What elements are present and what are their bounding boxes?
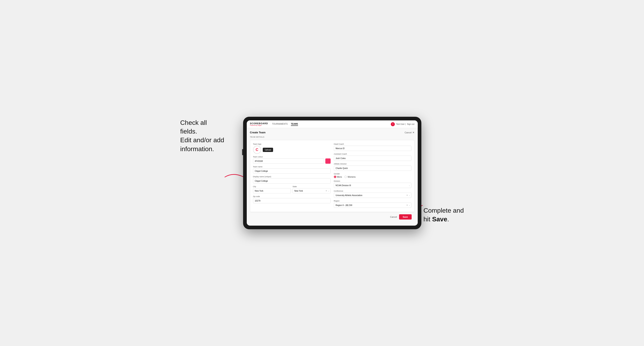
head-coach-group: Head Coach [334, 143, 412, 151]
state-select-wrap: ✕ ⌄ [292, 188, 330, 193]
brand-sub: Powered by clippd [250, 125, 268, 126]
display-name-group: Display name (unique) [253, 176, 330, 183]
close-icon: ✕ [412, 131, 414, 134]
team-colour-label: Team colour [253, 156, 330, 158]
region-group: Region ✕ ⌄ [334, 200, 412, 208]
team-logo-group: Team logo C Upload [253, 143, 330, 154]
state-clear-icon[interactable]: ✕ [326, 190, 327, 192]
gender-group: Gender Mens Womens [334, 173, 412, 178]
city-input[interactable] [253, 188, 291, 193]
annotation-left: Check all fields.Edit and/or addinformat… [180, 118, 225, 153]
gender-mens-label[interactable]: Mens [334, 176, 342, 178]
tablet-screen: SCOREBOARD Powered by clippd TOURNAMENTS… [247, 120, 418, 226]
chevron-down-icon[interactable]: ⌄ [409, 204, 410, 206]
annotation-right: Complete andhit Save. [424, 206, 464, 224]
cancel-top-button[interactable]: Cancel ✕ [404, 131, 414, 134]
logo-area: C Upload [253, 146, 330, 154]
division-select-wrap: ⌄ [334, 183, 412, 188]
radio-mens[interactable] [334, 176, 336, 178]
division-group: Division ⌄ [334, 180, 412, 188]
state-label: State [292, 185, 330, 187]
gender-womens-label[interactable]: Womens [344, 176, 356, 178]
form-footer: Cancel Save [250, 212, 414, 222]
navbar: SCOREBOARD Powered by clippd TOURNAMENTS… [247, 120, 418, 128]
zip-input[interactable] [253, 198, 330, 203]
city-state-row: City State ✕ ⌄ [253, 185, 330, 193]
region-clear-icon[interactable]: ✕ [406, 204, 408, 206]
chevron-down-icon[interactable]: ⌄ [409, 184, 410, 186]
form-content: Create Team Cancel ✕ TEAM DETAILS Team l… [247, 128, 418, 225]
avatar: T [391, 122, 395, 126]
conference-clear-icon[interactable]: ✕ [406, 194, 408, 196]
chevron-down-icon[interactable]: ⌄ [409, 194, 410, 196]
assistant-coach-label: Assistant Coach [334, 153, 412, 155]
city-group: City [253, 185, 291, 193]
gender-row: Mens Womens [334, 176, 412, 178]
team-logo-label: Team logo [253, 143, 330, 145]
tablet-frame: SCOREBOARD Powered by clippd TOURNAMENTS… [243, 117, 421, 229]
region-input[interactable] [334, 202, 412, 208]
athletic-director-input[interactable] [334, 166, 412, 171]
assistant-coach-group: Assistant Coach [334, 153, 412, 161]
athletic-director-group: Athletic Director [334, 163, 412, 171]
zip-group: Zip code [253, 195, 330, 203]
nav-brand: SCOREBOARD Powered by clippd [250, 122, 268, 126]
division-label: Division [334, 180, 412, 182]
conference-select-icons: ✕ ⌄ [406, 194, 410, 196]
nav-teams[interactable]: TEAMS [291, 122, 298, 126]
radio-womens[interactable] [344, 176, 347, 178]
state-group: State ✕ ⌄ [292, 185, 330, 193]
state-select-icons: ✕ ⌄ [326, 190, 330, 192]
division-input[interactable] [334, 183, 412, 188]
region-label: Region [334, 200, 412, 202]
city-label: City [253, 185, 291, 187]
head-coach-label: Head Coach [334, 143, 412, 145]
save-button[interactable]: Save [399, 214, 412, 219]
colour-swatch[interactable] [325, 159, 330, 164]
form-grid: Team logo C Upload Team colour [250, 140, 414, 212]
conference-label: Conference [334, 190, 412, 192]
team-name-label: Team name [253, 166, 330, 168]
nav-links: TOURNAMENTS TEAMS [272, 122, 391, 126]
section-label: TEAM DETAILS [250, 136, 414, 138]
city-state-group: City State ✕ ⌄ [253, 185, 330, 193]
user-label: Test User | [396, 123, 406, 125]
athletic-director-label: Athletic Director [334, 163, 412, 165]
conference-select-wrap: ✕ ⌄ [334, 193, 412, 198]
brand-title: SCOREBOARD [250, 122, 268, 125]
page-title-bar: Create Team Cancel ✕ [250, 131, 414, 134]
division-select-icons: ⌄ [409, 184, 410, 186]
gender-label: Gender [334, 173, 412, 175]
region-select-icons: ✕ ⌄ [406, 204, 410, 206]
team-name-input[interactable] [253, 168, 330, 173]
display-name-label: Display name (unique) [253, 176, 330, 178]
display-name-input[interactable] [253, 178, 330, 183]
zip-label: Zip code [253, 195, 330, 197]
region-select-wrap: ✕ ⌄ [334, 202, 412, 208]
sign-out-link[interactable]: Sign out [407, 123, 414, 125]
nav-tournaments[interactable]: TOURNAMENTS [272, 122, 288, 126]
upload-button[interactable]: Upload [263, 148, 273, 152]
team-name-group: Team name [253, 166, 330, 173]
conference-group: Conference ✕ ⌄ [334, 190, 412, 198]
assistant-coach-input[interactable] [334, 156, 412, 161]
nav-right: T Test User | Sign out [391, 122, 414, 126]
colour-row [253, 159, 330, 164]
chevron-down-icon[interactable]: ⌄ [328, 190, 330, 192]
team-colour-group: Team colour [253, 156, 330, 164]
colour-input[interactable] [253, 159, 324, 164]
state-input[interactable] [292, 188, 330, 193]
form-left: Team logo C Upload Team colour [253, 143, 330, 210]
form-right: Head Coach Assistant Coach Athletic Dire… [334, 143, 412, 210]
head-coach-input[interactable] [334, 146, 412, 151]
page-title: Create Team [250, 131, 266, 134]
conference-input[interactable] [334, 193, 412, 198]
cancel-button[interactable]: Cancel [390, 216, 397, 218]
logo-circle: C [253, 146, 261, 154]
